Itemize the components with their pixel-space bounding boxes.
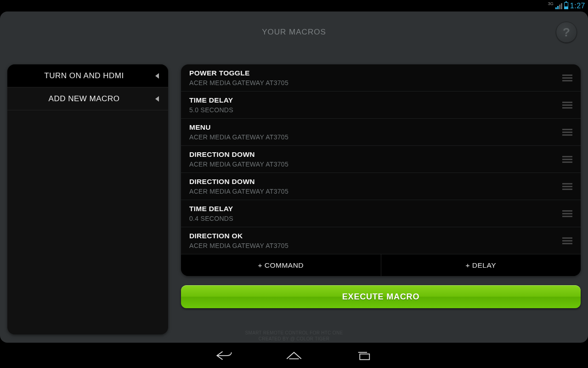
app-window: YOUR MACROS ? TURN ON AND HDMIADD NEW MA… — [0, 12, 588, 343]
sidebar-item-label: ADD NEW MACRO — [13, 94, 155, 104]
add-delay-button[interactable]: + DELAY — [381, 254, 581, 276]
execute-macro-button[interactable]: EXECUTE MACRO — [181, 285, 581, 308]
main-panel: POWER TOGGLEACER MEDIA GATEWAY AT3705TIM… — [181, 64, 581, 334]
app-header: YOUR MACROS ? — [0, 12, 588, 53]
svg-rect-0 — [360, 354, 369, 359]
command-subtitle: 5.0 SECONDS — [189, 106, 562, 114]
recent-apps-icon — [354, 349, 373, 362]
macro-sidebar: TURN ON AND HDMIADD NEW MACRO — [7, 64, 168, 334]
command-title: MENU — [189, 123, 562, 132]
footer-credit: SMART REMOTE CONTROL FOR HTC ONE CREATED… — [0, 330, 588, 342]
command-row[interactable]: TIME DELAY5.0 SECONDS — [181, 92, 581, 119]
command-subtitle: ACER MEDIA GATEWAY AT3705 — [189, 79, 562, 86]
network-type-label: 3G — [548, 1, 554, 6]
sidebar-item[interactable]: TURN ON AND HDMI — [7, 64, 168, 87]
signal-icon — [555, 3, 562, 9]
command-row[interactable]: DIRECTION OKACER MEDIA GATEWAY AT3705 — [181, 227, 581, 254]
command-row[interactable]: TIME DELAY0.4 SECONDS — [181, 200, 581, 227]
command-title: POWER TOGGLE — [189, 69, 562, 77]
add-row: + COMMAND + DELAY — [181, 254, 581, 276]
home-icon — [284, 349, 304, 362]
back-icon — [215, 349, 234, 362]
nav-back-button[interactable] — [215, 348, 234, 363]
sidebar-item-label: TURN ON AND HDMI — [13, 71, 155, 80]
drag-handle-icon[interactable] — [562, 156, 572, 163]
drag-handle-icon[interactable] — [562, 75, 572, 81]
command-text: TIME DELAY0.4 SECONDS — [189, 205, 562, 222]
drag-handle-icon[interactable] — [562, 183, 572, 190]
command-title: DIRECTION DOWN — [189, 178, 562, 186]
nav-home-button[interactable] — [284, 348, 304, 363]
command-title: TIME DELAY — [189, 205, 562, 213]
command-title: DIRECTION OK — [189, 232, 562, 240]
drag-handle-icon[interactable] — [562, 102, 572, 109]
command-text: POWER TOGGLEACER MEDIA GATEWAY AT3705 — [189, 69, 562, 86]
question-icon: ? — [563, 25, 570, 40]
drag-handle-icon[interactable] — [562, 129, 572, 136]
command-row[interactable]: DIRECTION DOWNACER MEDIA GATEWAY AT3705 — [181, 173, 581, 200]
drag-handle-icon[interactable] — [562, 210, 572, 217]
command-text: DIRECTION DOWNACER MEDIA GATEWAY AT3705 — [189, 178, 562, 195]
command-text: DIRECTION OKACER MEDIA GATEWAY AT3705 — [189, 232, 562, 249]
command-row[interactable]: DIRECTION DOWNACER MEDIA GATEWAY AT3705 — [181, 146, 581, 173]
page-title: YOUR MACROS — [262, 28, 326, 37]
command-subtitle: 0.4 SECONDS — [189, 215, 562, 222]
command-subtitle: ACER MEDIA GATEWAY AT3705 — [189, 242, 562, 249]
sidebar-item[interactable]: ADD NEW MACRO — [7, 87, 168, 110]
command-text: TIME DELAY5.0 SECONDS — [189, 96, 562, 114]
android-status-bar: 3G 1:27 — [0, 0, 588, 12]
command-row[interactable]: POWER TOGGLEACER MEDIA GATEWAY AT3705 — [181, 64, 581, 92]
nav-recent-button[interactable] — [354, 348, 373, 363]
chevron-left-icon — [155, 96, 159, 102]
command-title: DIRECTION DOWN — [189, 150, 562, 159]
command-row[interactable]: MENUACER MEDIA GATEWAY AT3705 — [181, 119, 581, 146]
add-command-button[interactable]: + COMMAND — [181, 254, 381, 276]
macro-steps-panel: POWER TOGGLEACER MEDIA GATEWAY AT3705TIM… — [181, 64, 581, 276]
command-subtitle: ACER MEDIA GATEWAY AT3705 — [189, 133, 562, 141]
battery-icon — [564, 2, 568, 9]
android-nav-bar — [0, 343, 588, 368]
clock-label: 1:27 — [570, 2, 585, 10]
chevron-left-icon — [155, 73, 159, 79]
command-subtitle: ACER MEDIA GATEWAY AT3705 — [189, 188, 562, 195]
drag-handle-icon[interactable] — [562, 237, 572, 244]
command-text: DIRECTION DOWNACER MEDIA GATEWAY AT3705 — [189, 150, 562, 168]
command-subtitle: ACER MEDIA GATEWAY AT3705 — [189, 161, 562, 168]
command-text: MENUACER MEDIA GATEWAY AT3705 — [189, 123, 562, 141]
help-button[interactable]: ? — [556, 22, 577, 43]
command-title: TIME DELAY — [189, 96, 562, 104]
